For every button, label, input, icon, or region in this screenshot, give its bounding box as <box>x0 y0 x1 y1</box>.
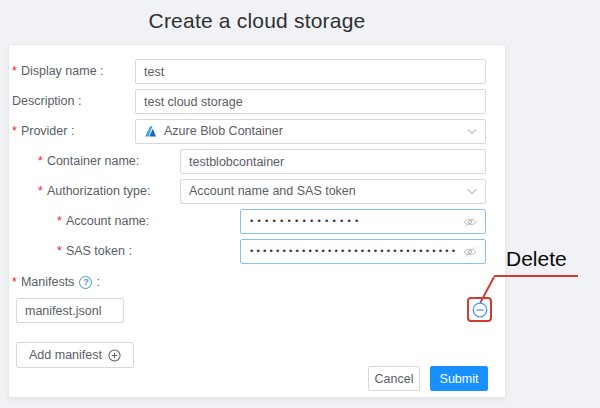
delete-annotation-label: Delete <box>506 247 567 271</box>
description-label: Description : <box>12 89 81 114</box>
authorization-type-select-value: Account name and SAS token <box>189 180 461 203</box>
sas-token-masked-value: ••••••••••••••••••••••••••••••••••••••••… <box>249 240 457 263</box>
sas-token-input[interactable]: ••••••••••••••••••••••••••••••••••••••••… <box>240 239 486 264</box>
account-name-input[interactable]: ••••••••••••••• <box>240 209 486 234</box>
required-marker: * <box>38 154 43 168</box>
container-name-input[interactable] <box>180 149 486 174</box>
description-input[interactable] <box>135 89 486 114</box>
display-name-label: *Display name : <box>12 59 104 84</box>
plus-circle-icon <box>108 349 121 362</box>
authorization-type-select[interactable]: Account name and SAS token <box>180 179 486 204</box>
authorization-type-label: *Authorization type: <box>38 179 150 204</box>
provider-select[interactable]: Azure Blob Container <box>135 119 486 144</box>
eye-invisible-icon[interactable] <box>463 246 477 258</box>
provider-label: *Provider : <box>12 119 74 144</box>
page-title: Create a cloud storage <box>8 9 506 33</box>
chevron-down-icon <box>467 128 477 135</box>
delete-annotation-highlight-box <box>467 297 492 322</box>
required-marker: * <box>38 184 43 198</box>
manifests-label: * Manifests ? : <box>12 272 100 292</box>
add-manifest-button[interactable]: Add manifest <box>16 342 134 368</box>
required-marker: * <box>12 124 17 138</box>
cancel-button[interactable]: Cancel <box>368 366 420 391</box>
required-marker: * <box>57 214 62 228</box>
submit-button[interactable]: Submit <box>430 366 488 391</box>
account-name-label: *Account name: <box>57 209 149 234</box>
add-manifest-label: Add manifest <box>29 348 102 362</box>
display-name-input[interactable] <box>135 59 486 84</box>
account-name-masked-value: ••••••••••••••• <box>249 210 362 233</box>
create-cloud-storage-screen: Create a cloud storage *Display name : D… <box>0 0 600 408</box>
provider-select-value: Azure Blob Container <box>164 120 461 143</box>
azure-logo-icon <box>144 125 157 138</box>
chevron-down-icon <box>467 188 477 195</box>
required-marker: * <box>12 64 17 78</box>
required-marker: * <box>12 272 17 292</box>
container-name-label: *Container name: <box>38 149 139 174</box>
eye-invisible-icon[interactable] <box>463 216 477 228</box>
manifest-file-input[interactable] <box>16 298 124 323</box>
help-icon[interactable]: ? <box>79 276 92 289</box>
delete-annotation-underline <box>494 275 578 277</box>
sas-token-label: *SAS token : <box>57 239 132 264</box>
required-marker: * <box>57 244 62 258</box>
